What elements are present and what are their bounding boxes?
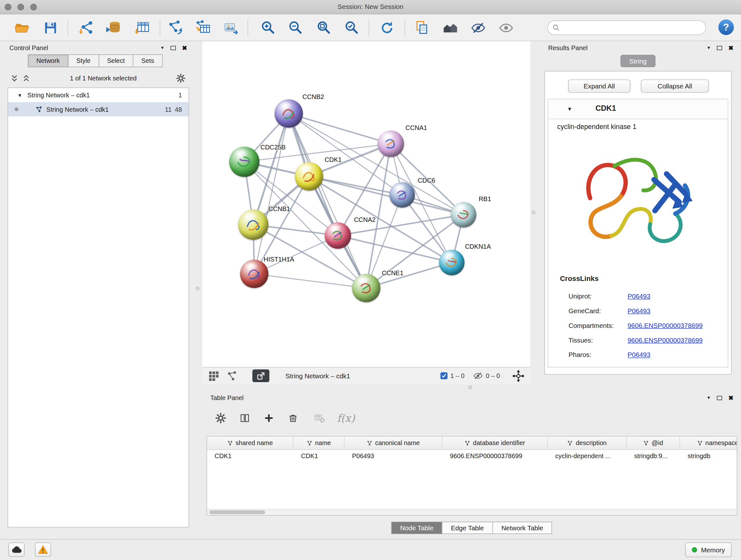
tab-select[interactable]: Select <box>98 54 133 67</box>
network-node-ccna1[interactable] <box>378 131 404 157</box>
expand-all-button[interactable]: Expand All <box>568 79 630 92</box>
export-image-button[interactable] <box>221 18 242 38</box>
network-row-selected[interactable]: String Network – cdk1 11 48 <box>8 102 189 116</box>
expand-triangle-icon[interactable]: ▼ <box>17 92 22 98</box>
crosslink-link[interactable]: 9606.ENSP00000378699 <box>628 321 703 329</box>
column-header-database-identifier[interactable]: database identifier <box>442 436 548 449</box>
string-results-tab[interactable]: String <box>620 55 656 67</box>
float-panel-icon[interactable] <box>717 395 722 400</box>
add-column-button[interactable] <box>259 409 278 428</box>
zoom-in-button[interactable] <box>258 18 278 38</box>
network-node-cdk1[interactable] <box>295 162 323 191</box>
network-node-ccne1[interactable] <box>352 274 381 302</box>
column-header-canonical-name[interactable]: canonical name <box>345 436 443 449</box>
collapse-all-button[interactable]: Collapse All <box>641 79 709 92</box>
show-details-button[interactable] <box>495 18 516 38</box>
tab-network-table[interactable]: Network Table <box>492 522 552 534</box>
zoom-fit-button[interactable] <box>313 18 334 38</box>
gene-section-header[interactable]: ▼ CDK1 <box>548 99 728 119</box>
import-network-file-button[interactable] <box>76 18 97 38</box>
network-node-rb1[interactable] <box>451 202 476 228</box>
help-button[interactable]: ? <box>718 18 735 36</box>
selected-checkbox-icon[interactable] <box>441 372 448 379</box>
close-panel-icon[interactable]: ✖ <box>182 45 187 51</box>
column-header-shared-name[interactable]: shared name <box>207 436 293 449</box>
crosslink-link[interactable]: P06493 <box>628 307 650 314</box>
warning-button[interactable] <box>35 543 51 557</box>
table-cell[interactable]: stringdb <box>680 450 737 462</box>
right-splitter-handle[interactable] <box>532 210 536 214</box>
network-node-hist1h1a[interactable] <box>240 260 268 288</box>
network-edge[interactable] <box>289 114 366 288</box>
zoom-out-button[interactable] <box>285 18 306 38</box>
network-edge[interactable] <box>309 177 463 215</box>
close-panel-icon[interactable]: ✖ <box>728 395 733 401</box>
gene-collapse-icon[interactable]: ▼ <box>567 106 572 112</box>
delete-column-button[interactable] <box>284 409 302 428</box>
network-edge[interactable] <box>289 114 391 144</box>
hidden-eye-icon[interactable] <box>473 371 483 381</box>
expand-all-icon[interactable] <box>22 74 30 82</box>
network-node-ccnb1[interactable] <box>238 209 268 240</box>
copy-style-button[interactable] <box>412 18 432 38</box>
table-cell[interactable]: cyclin-dependent ... <box>548 450 626 462</box>
graphics-details-button[interactable] <box>440 18 461 38</box>
collapse-all-icon[interactable] <box>10 74 18 82</box>
table-cell[interactable]: 9606.ENSP00000378699 <box>442 450 548 462</box>
table-cell[interactable]: stringdb:9... <box>627 450 680 462</box>
network-node-ccna2[interactable] <box>325 222 351 249</box>
column-header--id[interactable]: @id <box>627 436 680 449</box>
table-cell[interactable]: CDK1 <box>293 450 345 462</box>
tab-node-table[interactable]: Node Table <box>391 522 443 534</box>
birdseye-view-icon[interactable] <box>227 371 238 381</box>
tab-sets[interactable]: Sets <box>133 54 162 67</box>
tab-style[interactable]: Style <box>68 54 99 67</box>
save-session-button[interactable] <box>40 18 61 38</box>
left-splitter-handle[interactable] <box>196 287 199 291</box>
crosslink-link[interactable]: P06493 <box>628 351 650 358</box>
cloud-button[interactable] <box>9 543 24 557</box>
panel-menu-icon[interactable]: ▼ <box>160 46 164 50</box>
update-network-button[interactable] <box>377 18 397 38</box>
open-window-button[interactable] <box>253 369 269 382</box>
panel-menu-icon[interactable]: ▼ <box>706 395 711 400</box>
horizontal-scrollbar[interactable] <box>207 509 737 515</box>
network-node-cdc25b[interactable] <box>229 146 259 177</box>
crosshair-icon[interactable] <box>512 370 525 382</box>
delete-table-button[interactable] <box>310 409 329 428</box>
network-collection-row[interactable]: ▼ String Network – cdk1 1 <box>8 88 189 102</box>
tab-network[interactable]: Network <box>28 54 68 67</box>
crosslink-link[interactable]: 9606.ENSP00000378699 <box>628 336 703 344</box>
new-network-button[interactable] <box>165 18 186 38</box>
column-header-name[interactable]: name <box>293 436 345 449</box>
search-input[interactable] <box>563 24 701 31</box>
column-header-namespace[interactable]: namespace <box>680 436 737 449</box>
new-network-table-button[interactable] <box>193 18 213 38</box>
open-session-button[interactable] <box>12 18 32 38</box>
network-edge[interactable] <box>254 274 366 288</box>
gear-icon[interactable] <box>176 73 185 82</box>
network-node-ccnb2[interactable] <box>274 99 303 128</box>
table-options-button[interactable] <box>211 409 230 428</box>
memory-button[interactable]: Memory <box>685 543 731 557</box>
panel-menu-icon[interactable]: ▼ <box>706 46 711 50</box>
crosslink-link[interactable]: P06493 <box>628 292 650 300</box>
float-panel-icon[interactable] <box>171 46 176 50</box>
import-network-database-button[interactable] <box>103 18 124 38</box>
table-cell[interactable]: CDK1 <box>207 450 293 462</box>
table-cell[interactable]: P06493 <box>345 450 443 462</box>
search-box[interactable] <box>547 20 706 35</box>
table-row[interactable]: CDK1CDK1P064939606.ENSP00000378699cyclin… <box>207 450 737 462</box>
float-panel-icon[interactable] <box>717 46 722 50</box>
tab-edge-table[interactable]: Edge Table <box>442 522 493 534</box>
network-node-cdc6[interactable] <box>389 182 415 207</box>
close-panel-icon[interactable]: ✖ <box>728 45 733 51</box>
hide-details-button[interactable] <box>468 18 488 38</box>
function-builder-button[interactable]: f(x) <box>333 409 359 428</box>
network-edge[interactable] <box>254 114 289 274</box>
grid-view-icon[interactable] <box>208 370 219 381</box>
column-header-description[interactable]: description <box>548 436 626 449</box>
scrollbar-thumb[interactable] <box>209 510 265 514</box>
network-canvas[interactable]: CCNB2CCNA1CDC25BCDK1CDC6RB1CCNB1CCNA2CDK… <box>202 41 530 367</box>
horizontal-splitter-handle[interactable] <box>468 385 472 389</box>
